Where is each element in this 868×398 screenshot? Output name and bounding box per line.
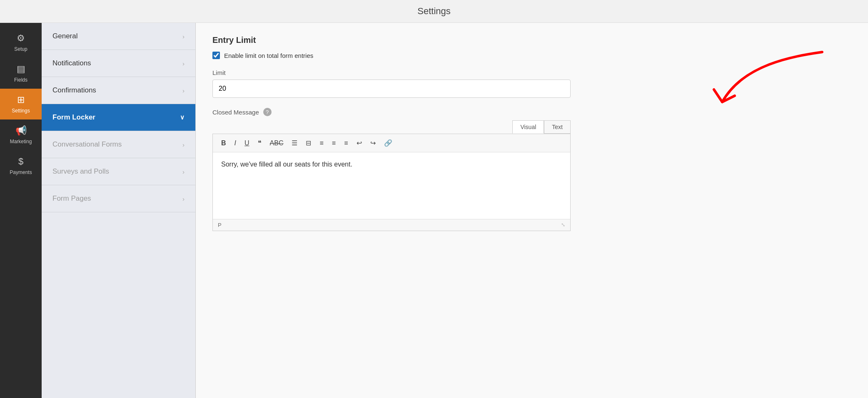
main-content: Entry Limit Enable limit on total form e… [196,23,868,398]
sidebar-item-surveys-and-polls[interactable]: Surveys and Polls › [42,158,195,185]
nav-item-payments[interactable]: $ Payments [0,150,42,181]
left-nav: ⚙ Setup ▤ Fields ⊞ Settings 📢 Marketing … [0,23,42,398]
sidebar-item-conversational-forms[interactable]: Conversational Forms › [42,131,195,158]
tab-text[interactable]: Text [544,120,571,134]
link-button[interactable]: 🔗 [381,137,396,149]
editor-footer-tag: P [218,222,222,228]
nav-item-fields[interactable]: ▤ Fields [0,58,42,89]
chevron-right-icon: › [182,60,185,67]
underline-button[interactable]: U [241,138,253,149]
sidebar-item-notifications[interactable]: Notifications › [42,50,195,77]
page-title: Settings [417,6,451,16]
sidebar-item-form-pages[interactable]: Form Pages › [42,185,195,212]
sidebar-label-form-pages: Form Pages [52,194,91,203]
sidebar-label-notifications: Notifications [52,59,91,67]
sidebar-item-form-locker[interactable]: Form Locker ∨ [42,104,195,131]
editor-body[interactable]: Sorry, we've filled all our seats for th… [213,152,570,219]
chevron-right-icon: › [182,195,185,202]
nav-item-marketing[interactable]: 📢 Marketing [0,119,42,150]
chevron-right-icon: › [182,168,185,175]
align-right-button[interactable]: ≡ [341,138,351,149]
enable-limit-row: Enable limit on total form entries [212,52,851,59]
chevron-right-icon: › [182,87,185,94]
sidebar-label-general: General [52,32,77,40]
sidebar-label-confirmations: Confirmations [52,86,96,95]
undo-button[interactable]: ↩ [353,137,365,149]
setup-icon: ⚙ [17,33,25,44]
limit-label: Limit [212,69,851,76]
align-center-button[interactable]: ≡ [329,138,339,149]
ordered-list-button[interactable]: ⊟ [302,137,314,149]
blockquote-button[interactable]: ❝ [254,137,265,149]
italic-button[interactable]: I [231,138,239,149]
closed-message-label: Closed Message [212,109,259,116]
sidebar-label-surveys-and-polls: Surveys and Polls [52,167,109,176]
closed-message-row: Closed Message ? [212,108,851,116]
limit-input[interactable] [212,80,571,98]
tab-visual[interactable]: Visual [512,120,544,134]
strikethrough-button[interactable]: ABC [267,138,287,149]
chevron-right-icon: › [182,33,185,40]
page-header: Settings [0,0,868,23]
sidebar-label-form-locker: Form Locker [52,113,95,122]
bold-button[interactable]: B [218,138,229,149]
nav-label-marketing: Marketing [10,139,32,144]
nav-label-setup: Setup [14,46,27,52]
editor-content: Sorry, we've filled all our seats for th… [221,161,352,168]
fields-icon: ▤ [17,64,25,75]
sidebar-label-conversational-forms: Conversational Forms [52,140,122,149]
chevron-down-icon: ∨ [180,114,185,121]
nav-item-setup[interactable]: ⚙ Setup [0,27,42,58]
nav-label-settings: Settings [12,108,30,114]
sidebar-item-general[interactable]: General › [42,23,195,50]
editor-toolbar: B I U ❝ ABC ☰ ⊟ ≡ ≡ ≡ ↩ ↪ 🔗 [213,134,570,152]
sidebar-item-confirmations[interactable]: Confirmations › [42,77,195,104]
rich-text-editor: B I U ❝ ABC ☰ ⊟ ≡ ≡ ≡ ↩ ↪ 🔗 Sorry, we've… [212,134,571,231]
align-left-button[interactable]: ≡ [316,138,327,149]
nav-label-fields: Fields [14,77,27,83]
sidebar: General › Notifications › Confirmations … [42,23,196,398]
redo-button[interactable]: ↪ [367,137,379,149]
help-icon[interactable]: ? [263,108,272,116]
chevron-right-icon: › [182,141,185,148]
editor-footer: P ⤡ [213,219,570,231]
marketing-icon: 📢 [15,125,27,136]
nav-label-payments: Payments [10,169,32,175]
enable-limit-checkbox[interactable] [212,52,220,59]
nav-item-settings[interactable]: ⊞ Settings [0,89,42,119]
payments-icon: $ [18,156,23,167]
settings-icon: ⊞ [17,95,25,105]
unordered-list-button[interactable]: ☰ [288,137,301,149]
resize-handle[interactable]: ⤡ [561,222,565,228]
editor-tabs: Visual Text [212,120,571,134]
entry-limit-title: Entry Limit [212,35,851,45]
enable-limit-label[interactable]: Enable limit on total form entries [224,52,313,59]
